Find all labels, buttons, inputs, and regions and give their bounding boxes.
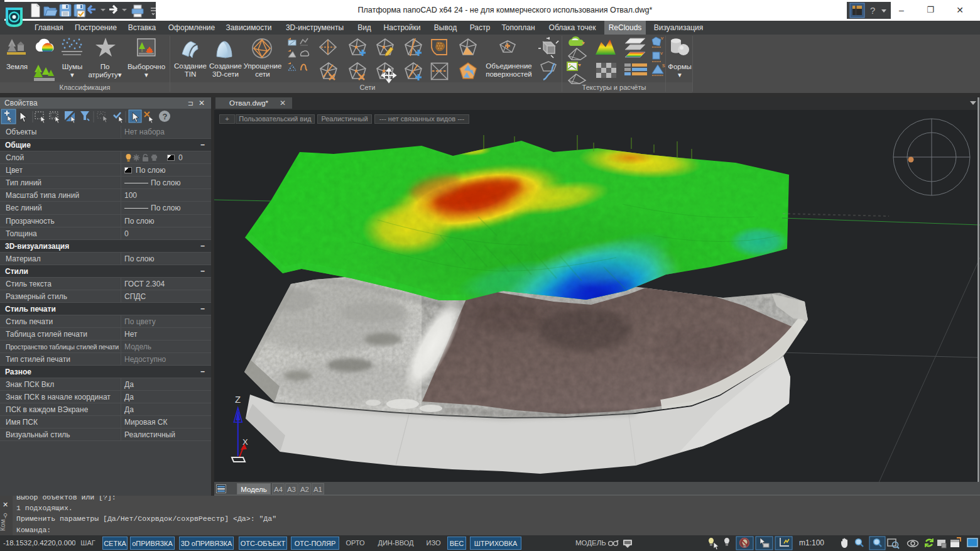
- svg-text:?: ?: [870, 5, 875, 16]
- svg-text:?: ?: [163, 112, 168, 121]
- svg-text:v: v: [661, 35, 663, 41]
- svg-text:Z: Z: [235, 394, 241, 405]
- svg-text:v: v: [660, 50, 663, 56]
- svg-text:s: s: [662, 62, 665, 68]
